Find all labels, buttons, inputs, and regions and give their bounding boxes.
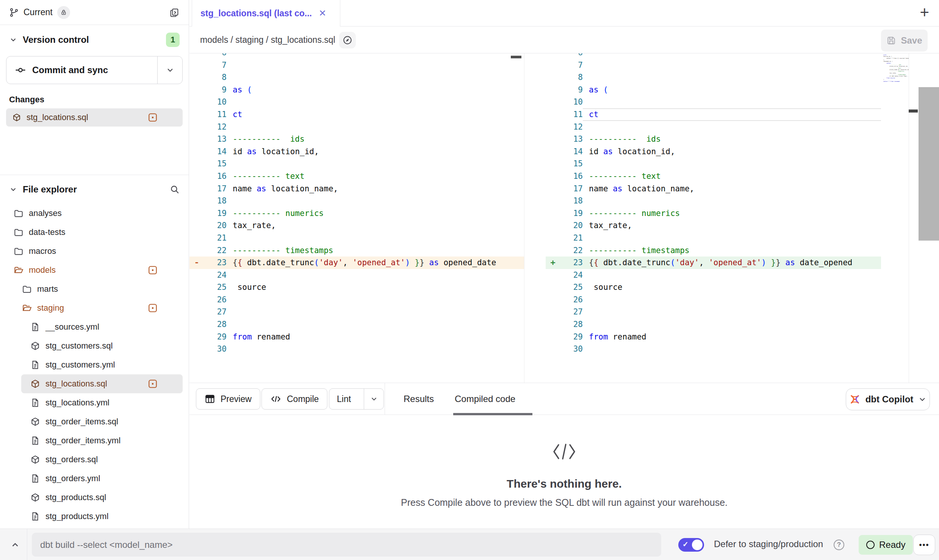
code-line-11[interactable]: 11ct bbox=[546, 108, 881, 121]
changed-file-row[interactable]: stg_locations.sql bbox=[6, 108, 183, 127]
code-line-9[interactable]: 9as ( bbox=[546, 84, 881, 96]
code-line-13[interactable]: 13---------- ids bbox=[189, 133, 524, 145]
file-explorer-header[interactable]: File explorer bbox=[0, 175, 189, 204]
lint-options-caret[interactable] bbox=[364, 389, 383, 409]
code-line-20[interactable]: 20tax_rate, bbox=[189, 219, 524, 232]
dbt-copilot-button[interactable]: dbt Copilot bbox=[846, 388, 930, 410]
code-line-12[interactable]: 12 bbox=[546, 121, 881, 133]
code-line-14[interactable]: 14id as location_id, bbox=[189, 145, 524, 158]
changed-files-icon[interactable] bbox=[169, 7, 180, 18]
code-line-26[interactable]: 26 bbox=[546, 294, 881, 306]
file-tree-item-stg-orders-sql[interactable]: stg_orders.sql bbox=[0, 450, 183, 469]
defer-toggle[interactable]: ✓ bbox=[678, 538, 704, 552]
vertical-scrollbar[interactable] bbox=[919, 87, 939, 241]
file-tree-item-stg-customers-yml[interactable]: stg_customers.yml bbox=[0, 355, 183, 374]
code-line-14[interactable]: 14id as location_id, bbox=[546, 145, 881, 158]
code-line-13[interactable]: 13---------- ids bbox=[546, 133, 881, 145]
tab-compiled-code[interactable]: Compiled code bbox=[455, 383, 515, 415]
code-line-17[interactable]: 17name as location_name, bbox=[546, 183, 881, 195]
file-tree-item-stg-products-sql[interactable]: stg_products.sql bbox=[0, 488, 183, 507]
code-line-25[interactable]: 25 source bbox=[546, 281, 881, 294]
new-tab-button[interactable]: + bbox=[920, 5, 929, 20]
file-tree-item-stg-locations-yml[interactable]: stg_locations.yml bbox=[0, 393, 183, 412]
code-line-16[interactable]: 16---------- text bbox=[189, 170, 524, 183]
code-line-26[interactable]: 26 bbox=[189, 294, 524, 306]
code-line-7[interactable]: 7 bbox=[189, 59, 524, 72]
file-tree-item-stg-customers-sql[interactable]: stg_customers.sql bbox=[0, 336, 183, 355]
file-tree-item-stg-order-items-yml[interactable]: stg_order_items.yml bbox=[0, 431, 183, 450]
code-line-11[interactable]: 11ct bbox=[189, 108, 524, 121]
code-line-16[interactable]: 16---------- text bbox=[546, 170, 881, 183]
code-line-15[interactable]: 15 bbox=[189, 158, 524, 170]
code-line-28[interactable]: 28 bbox=[546, 318, 881, 331]
save-button[interactable]: Save bbox=[881, 30, 928, 52]
lineage-compass-icon[interactable] bbox=[339, 32, 356, 48]
tab-stg-locations[interactable]: stg_locations.sql (last co... ✕ bbox=[192, 0, 340, 27]
code-line-10[interactable]: 10 bbox=[189, 96, 524, 108]
code-line-20[interactable]: 20tax_rate, bbox=[546, 219, 881, 232]
code-line-21[interactable]: 21 bbox=[546, 232, 881, 244]
diff-pane-original[interactable]: 6789as (1011ct1213---------- ids14id as … bbox=[189, 53, 524, 383]
code-line-6[interactable]: 6 bbox=[189, 53, 524, 59]
compile-button[interactable]: Compile bbox=[261, 388, 327, 410]
code-line-6[interactable]: 6 bbox=[546, 53, 881, 59]
code-line-29[interactable]: 29from renamed bbox=[546, 331, 881, 343]
help-icon[interactable]: ? bbox=[834, 540, 844, 550]
code-line-25[interactable]: 25 source bbox=[189, 281, 524, 294]
file-tree-item-stg-order-items-sql[interactable]: stg_order_items.sql bbox=[0, 412, 183, 431]
file-tree-item--sources-yml[interactable]: __sources.yml bbox=[0, 318, 183, 336]
search-icon[interactable] bbox=[170, 185, 180, 194]
minimap[interactable]: withsource as ( select * from {{ source(… bbox=[881, 53, 909, 383]
file-tree-item-stg-orders-yml[interactable]: stg_orders.yml bbox=[0, 469, 183, 488]
version-control-header[interactable]: Version control 1 bbox=[0, 25, 189, 55]
file-tree-item-models[interactable]: models bbox=[0, 261, 183, 280]
code-line-18[interactable]: 18 bbox=[189, 195, 524, 207]
code-line-22[interactable]: 22---------- timestamps bbox=[189, 244, 524, 257]
code-line-12[interactable]: 12 bbox=[189, 121, 524, 133]
code-line-24[interactable]: 24 bbox=[189, 269, 524, 282]
code-line-19[interactable]: 19---------- numerics bbox=[546, 207, 881, 220]
ready-status-badge[interactable]: Ready bbox=[859, 535, 913, 555]
code-line-23[interactable]: +23{{ dbt.date_trunc('day', 'opened_at')… bbox=[546, 257, 881, 269]
code-line-24[interactable]: 24 bbox=[546, 269, 881, 282]
file-tree-item-stg-products-yml[interactable]: stg_products.yml bbox=[0, 507, 183, 526]
code-line-23[interactable]: -23{{ dbt.date_trunc('day', 'opened_at')… bbox=[189, 257, 524, 269]
left-pane-scroll-thumb[interactable] bbox=[511, 56, 521, 58]
code-line-30[interactable]: 30 bbox=[189, 343, 524, 355]
command-input[interactable]: dbt build --select <model_name> bbox=[32, 533, 661, 557]
code-line-7[interactable]: 7 bbox=[546, 59, 881, 72]
code-line-22[interactable]: 22---------- timestamps bbox=[546, 244, 881, 257]
code-line-9[interactable]: 9as ( bbox=[189, 84, 524, 96]
file-tree-item-analyses[interactable]: analyses bbox=[0, 204, 183, 223]
file-tree-item-staging[interactable]: staging bbox=[0, 299, 183, 318]
code-line-8[interactable]: 8 bbox=[189, 71, 524, 84]
file-tree-item-stg-locations-sql[interactable]: stg_locations.sql bbox=[21, 374, 183, 393]
file-tree-item-data-tests[interactable]: data-tests bbox=[0, 223, 183, 242]
diff-pane-modified[interactable]: 6789as (1011ct1213---------- ids14id as … bbox=[546, 53, 881, 383]
code-line-27[interactable]: 27 bbox=[546, 306, 881, 318]
expand-command-bar-icon[interactable] bbox=[7, 537, 23, 553]
file-tree-item-macros[interactable]: macros bbox=[0, 242, 183, 261]
code-line-28[interactable]: 28 bbox=[189, 318, 524, 331]
code-line-18[interactable]: 18 bbox=[546, 195, 881, 207]
code-line-15[interactable]: 15 bbox=[546, 158, 881, 170]
code-text bbox=[227, 318, 524, 331]
code-line-8[interactable]: 8 bbox=[546, 71, 881, 84]
more-options-button[interactable]: ••• bbox=[913, 535, 935, 555]
code-line-29[interactable]: 29from renamed bbox=[189, 331, 524, 343]
file-tree-item-marts[interactable]: marts bbox=[0, 280, 183, 299]
lint-button[interactable]: Lint bbox=[329, 388, 384, 410]
code-line-21[interactable]: 21 bbox=[189, 232, 524, 244]
code-line-17[interactable]: 17name as location_name, bbox=[189, 183, 524, 195]
line-number: 9 bbox=[204, 84, 227, 96]
code-line-27[interactable]: 27 bbox=[189, 306, 524, 318]
lint-button-label[interactable]: Lint bbox=[329, 389, 358, 409]
tab-results[interactable]: Results bbox=[404, 383, 434, 415]
code-line-30[interactable]: 30 bbox=[546, 343, 881, 355]
close-tab-icon[interactable]: ✕ bbox=[319, 8, 326, 19]
code-line-19[interactable]: 19---------- numerics bbox=[189, 207, 524, 220]
commit-and-sync-button[interactable]: Commit and sync bbox=[6, 56, 183, 84]
code-line-10[interactable]: 10 bbox=[546, 96, 881, 108]
preview-button[interactable]: Preview bbox=[196, 388, 260, 410]
commit-options-caret[interactable] bbox=[157, 56, 182, 84]
